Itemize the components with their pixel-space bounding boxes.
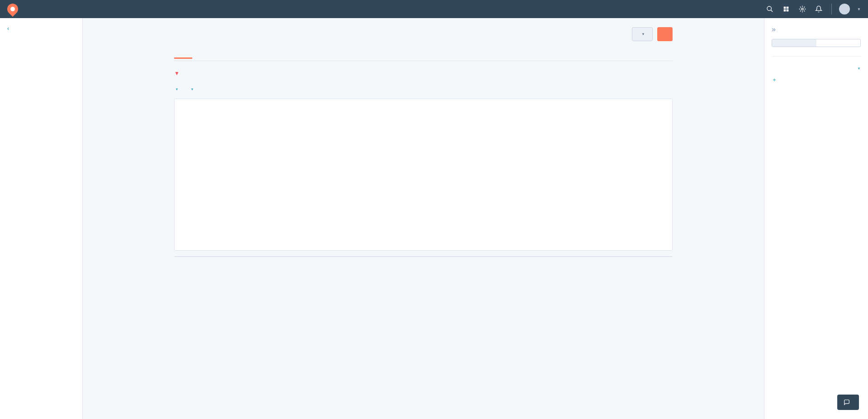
svg-rect-2: [784, 7, 786, 9]
avatar: [839, 4, 850, 14]
svg-point-6: [802, 8, 803, 10]
svg-rect-3: [787, 7, 789, 9]
hubspot-logo[interactable]: [5, 1, 20, 17]
svg-line-1: [771, 10, 773, 12]
collapse-icon[interactable]: »: [772, 25, 861, 33]
tab-summary[interactable]: [174, 47, 192, 59]
filter-pipeline-changes: ▼: [190, 84, 194, 91]
back-link[interactable]: ‹: [0, 25, 82, 37]
chat-icon: [844, 399, 850, 405]
save-report-button[interactable]: [657, 27, 673, 41]
filter-pipeline-changes-value[interactable]: ▼: [190, 87, 194, 91]
sidebar-title: [0, 37, 82, 46]
svg-point-0: [767, 6, 771, 10]
tab-about[interactable]: [816, 39, 861, 47]
caret-icon: ▼: [857, 7, 861, 11]
top-nav: ▼: [0, 0, 868, 18]
chevron-left-icon: ‹: [7, 25, 9, 32]
filter-deals-expected: ▼: [174, 84, 179, 91]
chart-card: [174, 99, 673, 251]
plus-icon: ＋: [772, 76, 777, 84]
decrease-indicator: ▼: [174, 70, 673, 76]
right-panel: » ▼ ＋: [764, 18, 868, 419]
waterfall-chart: [185, 110, 661, 241]
account-menu[interactable]: ▼: [831, 4, 861, 14]
tabs: [174, 47, 673, 61]
sidebar: ‹: [0, 18, 83, 419]
svg-rect-4: [784, 10, 786, 12]
main: ▼ ▼ ▼ ▼: [83, 18, 764, 419]
filter-deals-expected-value[interactable]: ▼: [174, 87, 179, 91]
bell-icon[interactable]: [815, 5, 822, 13]
add-filter-button[interactable]: ＋: [772, 76, 861, 84]
right-actions-link[interactable]: ▼: [856, 67, 861, 71]
help-button[interactable]: [837, 395, 859, 410]
caret-down-icon: ▼: [174, 70, 180, 76]
nav-right: ▼: [766, 4, 861, 14]
table-card: [174, 256, 673, 257]
svg-rect-5: [787, 10, 789, 12]
tab-filters[interactable]: [772, 39, 816, 47]
actions-button[interactable]: ▼: [632, 27, 653, 41]
right-panel-tabs: [772, 39, 861, 47]
marketplace-icon[interactable]: [783, 5, 790, 13]
gear-icon[interactable]: [799, 5, 806, 13]
search-icon[interactable]: [766, 5, 773, 13]
